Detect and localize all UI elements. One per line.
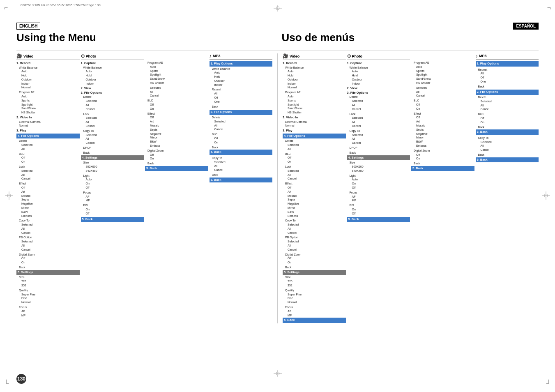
es-video-item: 4. File Options [283, 134, 346, 139]
es-photo-prog-item: Sports [411, 69, 474, 73]
en-video-item: Mirror [16, 206, 80, 210]
en-mp3-item: Selected [210, 160, 273, 164]
en-photo-prog-item: Negative [145, 132, 208, 136]
en-photo-prog-item: BLC [145, 99, 208, 103]
en-photo-prog-item: Sports [145, 69, 208, 73]
es-photo-item: Off [347, 186, 410, 190]
es-photo-header: ⊙ Photo [347, 53, 410, 60]
en-photo-prog-item: Back [145, 161, 208, 166]
es-photo-item: 640X480 [347, 169, 410, 173]
corner-mark-bl: └ [4, 380, 12, 388]
en-video-item: On [16, 160, 80, 164]
es-mp3-item: All [476, 71, 539, 76]
es-video-item: On [283, 261, 346, 265]
es-photo-item: Copy To [347, 129, 410, 133]
en-video-item: B&W [16, 210, 80, 214]
es-video-item: All [283, 147, 346, 151]
english-badge: ENGLISH [16, 23, 40, 30]
es-photo-item: DPOF [347, 146, 410, 150]
en-mp3-item: Off [210, 96, 273, 100]
es-video-item: Cancel [283, 177, 346, 181]
es-mp3-item: Cancel [476, 148, 539, 152]
es-video-item: Hold [283, 74, 346, 78]
es-video-item: MF [283, 314, 346, 318]
es-photo-item: Hold [347, 74, 410, 78]
es-photo-prog-item: Cancel [411, 94, 474, 98]
es-photo-prog-item: Sand/Snow [411, 77, 474, 81]
es-photo-prog-item: On [411, 107, 474, 111]
en-photo-prog-item: All [145, 90, 208, 94]
es-video-col: 🎥 Video 1. Record White Balance Auto Hol… [283, 53, 346, 323]
en-photo-prog-item: B&W [145, 140, 208, 144]
en-mp3-item: Off [210, 136, 273, 141]
en-photo-item: Selected [81, 99, 144, 103]
en-photo-item: Auto [81, 178, 144, 182]
es-mp3-item: Off [476, 76, 539, 80]
corner-mark-tl: ⌐ [4, 4, 12, 12]
en-video-item: Emboss [16, 214, 80, 218]
en-photo-item: AF [81, 195, 144, 199]
en-photo-prog-item: Program AE [145, 61, 208, 65]
es-photo-item: Outdoor [347, 78, 410, 82]
en-mp3-item: All [210, 124, 273, 128]
en-mp3-item: 5. Back [210, 150, 273, 155]
es-video-item: Normal [283, 124, 346, 128]
es-photo-item: Size [347, 161, 410, 165]
es-video-item: Digital Zoom [283, 253, 346, 257]
en-photo-prog-item: Mirror [145, 136, 208, 140]
en-video-item: Lock [16, 165, 80, 169]
es-photo-prog-item: HS Shutter [411, 81, 474, 85]
es-photo-col1: ⊙ Photo 1. Capture White Balance Auto Ho… [347, 53, 410, 323]
es-photo-prog-item: Program AE [411, 61, 474, 65]
spanish-title: Uso de menús [282, 31, 539, 44]
en-video-item: Hold [16, 74, 80, 78]
spanish-badge: ESPAÑOL [513, 23, 539, 30]
es-video-item: Size [283, 275, 346, 279]
es-video-item: BLC [283, 152, 346, 156]
es-photo-prog-item: Sepia [411, 128, 474, 132]
es-photo-prog-item: BLC [411, 99, 474, 103]
es-photo-prog-item: Negative [411, 132, 474, 136]
en-photo-item: Cancel [81, 107, 144, 111]
es-photo-prog-item: Mirror [411, 136, 474, 140]
en-video-item: Auto [16, 69, 80, 74]
en-video-item: All [16, 173, 80, 177]
es-video-item: Selected [283, 169, 346, 173]
en-video-item: Quality [16, 288, 80, 293]
es-mp3-item: Repeat [476, 68, 539, 72]
en-video-item: 4. File Options [16, 134, 80, 139]
en-video-item: 3. Play [16, 129, 80, 133]
en-video-item: 352 [16, 284, 80, 288]
en-photo-prog-item: Emboss [145, 144, 208, 148]
en-mp3-item: Outdoor [210, 79, 273, 83]
en-video-item: Sand/Snow [16, 106, 80, 111]
es-video-item: 5. Settings [283, 270, 346, 275]
es-photo-prog-item: Auto [411, 65, 474, 69]
es-video-label: Video [290, 54, 299, 58]
en-mp3-item: 1. Play Options [210, 61, 273, 67]
es-video-item: All [283, 227, 346, 231]
mp3-icon: ♪ [210, 53, 212, 58]
en-video-item: Sepia [16, 198, 80, 202]
en-photo-col2: . Program AE Auto Sports Spotlight Sand/… [145, 53, 208, 317]
en-photo-item: Light [81, 174, 144, 178]
en-mp3-item: All [210, 164, 273, 168]
es-mp3-item: Selected [476, 99, 539, 104]
en-photo-item: Outdoor [81, 78, 144, 82]
es-video-item: 2. Video In [283, 115, 346, 120]
es-video-item: 3. Play [283, 129, 346, 133]
es-photo-item: Cancel [347, 107, 410, 111]
en-photo-prog-item: Mosaic [145, 124, 208, 128]
es-photo-item: Auto [347, 178, 410, 182]
es-video-item: Sand/Snow [283, 106, 346, 111]
es-video-item: Selected [283, 223, 346, 227]
es-video-item: Indoor [283, 82, 346, 86]
es-video-item: Negative [283, 202, 346, 206]
en-mp3-item: Delete [210, 115, 273, 120]
es-mp3-item: Back [476, 153, 539, 157]
en-video-item: All [16, 244, 80, 248]
es-mp3-header: ♪ MP3 [476, 53, 539, 60]
es-video-item: Fine [283, 296, 346, 300]
corner-mark-tr: ¬ [543, 4, 551, 12]
en-photo-item: All [81, 103, 144, 107]
